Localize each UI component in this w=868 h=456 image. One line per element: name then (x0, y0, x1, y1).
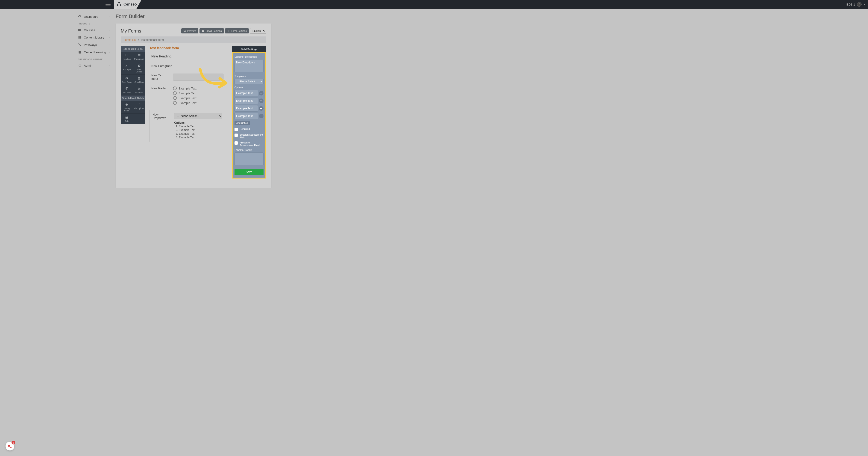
radio-option[interactable]: Example Text (173, 86, 196, 90)
menu-toggle[interactable] (105, 3, 111, 6)
checkbox-icon (235, 128, 238, 131)
checkbox-label: Session Assessment Field (240, 133, 264, 139)
sidebar-section-products: PRODUCTS (75, 20, 113, 26)
option-row (235, 97, 264, 104)
sidebar-item-dashboard[interactable]: Dashboard › (75, 13, 113, 20)
radio-option[interactable]: Example Text (173, 101, 196, 105)
option-input[interactable] (235, 97, 258, 104)
checkbox-icon (235, 134, 238, 137)
logo[interactable]: Censeo (114, 0, 142, 9)
options-title: Options (235, 86, 264, 89)
palette-text-area[interactable]: Text Area (121, 85, 133, 95)
label-input[interactable] (235, 59, 264, 72)
help-dot-icon (10, 447, 11, 448)
field-heading[interactable]: New Heading (150, 54, 225, 59)
breadcrumb-current: Test feedback form (141, 38, 164, 41)
tooltip-title: Label for Tooltip (235, 148, 264, 151)
help-widget[interactable]: 2 (5, 442, 14, 451)
option-row (235, 113, 264, 119)
radio-option[interactable]: Example Text (173, 96, 196, 100)
email-settings-button[interactable]: Email Settings (199, 28, 224, 33)
settings-tab[interactable]: Field Settings (232, 46, 266, 52)
card-title: My Forms (121, 28, 141, 34)
add-option-button[interactable]: Add Option (235, 121, 250, 125)
required-checkbox-row[interactable]: Required (235, 127, 264, 131)
sidebar-label: Content Library (84, 36, 104, 39)
option-row (235, 90, 264, 96)
main-content: Form Builder My Forms Preview Email Sett… (113, 9, 271, 456)
palette-text-input[interactable]: A Text Input (121, 62, 133, 75)
user-menu[interactable]: EDS 1 (846, 2, 865, 7)
dropdown-select[interactable]: -- Please Select -- (174, 113, 222, 119)
field-radio[interactable]: New Radio Example Text Example Text Exam… (150, 86, 225, 106)
palette-drop-down[interactable]: Drop Down (121, 75, 133, 85)
session-assessment-checkbox-row[interactable]: Session Assessment Field (235, 133, 264, 139)
language-select[interactable]: English (250, 28, 266, 34)
radio-option[interactable]: Example Text (173, 91, 196, 95)
preview-button[interactable]: Preview (181, 28, 198, 33)
field-settings-panel: Field Settings Label for select field Te… (232, 46, 266, 178)
save-button[interactable]: Save (235, 169, 264, 175)
chevron-right-icon: › (109, 44, 110, 46)
form-settings-button[interactable]: Form Settings (225, 28, 249, 33)
avatar-icon (857, 2, 862, 7)
svg-rect-22 (126, 78, 128, 79)
sidebar-item-guided-learning[interactable]: Guided Learning › (75, 49, 113, 56)
option-input[interactable] (235, 105, 258, 112)
palette-label: Date (125, 120, 129, 122)
palette-date[interactable]: Date (121, 114, 133, 124)
option-item: Example Text (179, 125, 222, 128)
remove-option-button[interactable] (259, 106, 264, 111)
page-title: Form Builder (116, 13, 271, 19)
textarea-icon (125, 87, 129, 91)
svg-rect-11 (79, 51, 80, 51)
palette-checkbox[interactable]: Checkbox (133, 75, 146, 85)
templates-select[interactable]: -- Please Select -- (235, 79, 264, 84)
logo-icon (116, 1, 122, 7)
svg-point-15 (228, 31, 229, 31)
svg-text:A: A (126, 64, 128, 67)
svg-rect-31 (260, 116, 262, 116)
sidebar-item-courses[interactable]: Courses › (75, 26, 113, 34)
palette-paragraph[interactable]: Paragraph (133, 52, 146, 62)
option-input[interactable] (235, 113, 258, 119)
svg-rect-26 (126, 116, 126, 116)
palette-label: Rating Scale (124, 107, 130, 112)
palette-rating-scale[interactable]: Rating Scale (121, 101, 133, 114)
form-builder-card: My Forms Preview Email Settings Form Set… (116, 24, 271, 188)
templates-title: Templates (235, 75, 264, 78)
breadcrumb-link[interactable]: Forms List (123, 38, 136, 41)
field-dropdown-selected[interactable]: New Dropdown -- Please Select -- Options… (150, 110, 225, 142)
sidebar-item-content-library[interactable]: Content Library › (75, 34, 113, 41)
remove-option-button[interactable] (259, 98, 264, 103)
text-input[interactable] (173, 74, 223, 81)
help-badge: 2 (11, 441, 15, 445)
palette-number[interactable]: Number (133, 85, 146, 95)
calendar-icon (125, 116, 129, 119)
presenter-assessment-checkbox-row[interactable]: Presenter Assessment Field (235, 141, 264, 147)
remove-option-button[interactable] (259, 114, 264, 118)
field-text-input[interactable]: New Text Input (150, 73, 225, 81)
clipboard-icon (78, 50, 82, 54)
option-input[interactable] (235, 90, 258, 96)
svg-rect-29 (260, 101, 262, 101)
number-icon (137, 87, 141, 91)
svg-rect-4 (79, 31, 80, 31)
sidebar-item-pathways[interactable]: Pathways › (75, 41, 113, 49)
field-paragraph[interactable]: New Paragraph (150, 63, 225, 68)
sidebar-item-admin[interactable]: Admin › (75, 62, 113, 69)
tooltip-input[interactable] (235, 152, 264, 165)
palette-file-upload[interactable]: File Upload (133, 101, 146, 114)
checkbox-icon (235, 141, 238, 145)
palette-multi-choice[interactable]: Multi Choice (133, 62, 146, 75)
palette-heading[interactable]: H Heading (121, 52, 133, 62)
options-title: Options: (174, 121, 222, 124)
option-row (235, 105, 264, 112)
remove-option-button[interactable] (259, 91, 264, 95)
paragraph-text: New Paragraph (151, 64, 223, 67)
svg-point-21 (138, 64, 140, 67)
dropdown-icon (125, 77, 129, 80)
svg-rect-7 (81, 36, 81, 39)
radio-label: Example Text (179, 96, 196, 100)
topbar: Censeo EDS 1 (0, 0, 868, 9)
